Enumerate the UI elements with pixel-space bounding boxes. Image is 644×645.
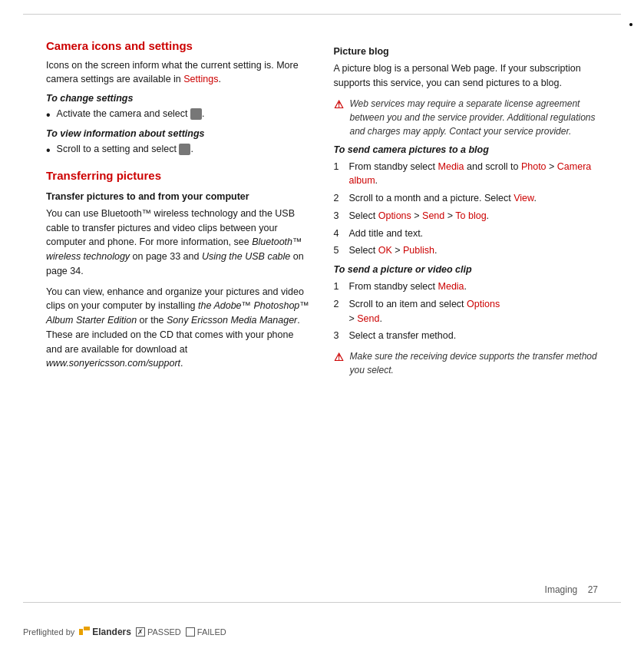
transferring-section: Transferring pictures Transfer pictures … (46, 168, 311, 371)
media-link-2[interactable]: Media (438, 281, 464, 292)
picture-blog-body: A picture blog is a personal Web page. I… (334, 61, 599, 91)
change-settings-bullet: • Activate the camera and select . (46, 107, 311, 122)
send-blog-steps: 1 From standby select Media and scroll t… (334, 160, 599, 259)
camera-icons-heading: Camera icons and settings (46, 38, 311, 54)
transferring-heading: Transferring pictures (46, 168, 311, 184)
warning-2-text: Make sure the receiving device supports … (350, 349, 599, 377)
video-step-3: 3 Select a transfer method. (334, 329, 599, 343)
content-area: Camera icons and settings Icons on the s… (46, 23, 598, 599)
send-link-2[interactable]: Send (357, 313, 379, 324)
footer: Preflighted by Elanders ✗ PASSED FAILED (0, 603, 644, 645)
svg-rect-0 (79, 629, 83, 635)
bullet-dot-2: • (46, 143, 51, 157)
settings-link[interactable]: Settings (183, 74, 218, 84)
step-5: 5 Select OK > Publish. (334, 243, 599, 258)
step-2: 2 Scroll to a month and a picture. Selec… (334, 191, 599, 206)
elanders-logo-area: Elanders (79, 627, 131, 637)
toblog-link[interactable]: To blog (455, 210, 486, 221)
right-column: Picture blog A picture blog is a persona… (334, 23, 599, 599)
camera-album-link[interactable]: Camera album (349, 161, 592, 187)
footer-left: Preflighted by Elanders ✗ PASSED FAILED (23, 627, 226, 637)
camera-icons-intro: Icons on the screen inform what the curr… (46, 58, 311, 88)
step-1: 1 From standby select Media and scroll t… (334, 160, 599, 189)
failed-label: FAILED (197, 627, 226, 637)
elanders-logo-icon (79, 627, 90, 637)
left-column: Camera icons and settings Icons on the s… (46, 23, 311, 599)
warning-icon-1: ⚠ (334, 97, 344, 113)
top-border-line (23, 14, 621, 15)
send-link-1[interactable]: Send (422, 210, 444, 221)
view-settings-text: Scroll to a setting and select . (57, 142, 311, 157)
passed-area: ✗ PASSED (136, 627, 181, 637)
failed-checkbox (186, 627, 195, 637)
change-settings-heading: To change settings (46, 93, 311, 104)
camera-icons-section: Camera icons and settings Icons on the s… (46, 38, 311, 157)
page-number: 27 (588, 584, 598, 595)
failed-area: FAILED (186, 627, 226, 637)
warning-1-text: Web services may require a separate lice… (350, 97, 599, 138)
send-blog-heading: To send camera pictures to a blog (334, 144, 599, 155)
camera-icons-intro-text: Icons on the screen inform what the curr… (46, 60, 299, 85)
view-settings-heading: To view information about settings (46, 128, 311, 139)
passed-label: PASSED (147, 627, 181, 637)
margin-dot (629, 23, 632, 26)
view-settings-bullet: • Scroll to a setting and select . (46, 142, 311, 157)
send-video-steps: 1 From standby select Media. 2 Scroll to… (334, 280, 599, 343)
step-3: 3 Select Options > Send > To blog. (334, 209, 599, 223)
ok-link[interactable]: OK (378, 245, 392, 256)
photo-link[interactable]: Photo (521, 161, 547, 172)
video-step-1: 1 From standby select Media. (334, 280, 599, 294)
publish-link[interactable]: Publish (403, 245, 434, 256)
passed-checkbox: ✗ (136, 627, 145, 637)
page-container: Camera icons and settings Icons on the s… (0, 0, 644, 645)
change-settings-text: Activate the camera and select . (57, 107, 311, 121)
video-step-2: 2 Scroll to an item and select Options> … (334, 297, 599, 326)
bullet-dot-1: • (46, 108, 51, 122)
chapter-label: Imaging (545, 584, 578, 595)
transfer-body2: You can view, enhance and organize your … (46, 285, 311, 372)
preflighted-label: Preflighted by (23, 627, 74, 637)
elanders-label: Elanders (92, 627, 131, 637)
media-link-1[interactable]: Media (438, 161, 464, 172)
options-link-2[interactable]: Options (467, 299, 500, 309)
warning-2: ⚠ Make sure the receiving device support… (334, 349, 599, 377)
picture-blog-heading: Picture blog (334, 46, 599, 57)
camera-icon (190, 108, 202, 120)
page-number-area: Imaging 27 (545, 584, 598, 595)
transfer-sub-heading: Transfer pictures to and from your compu… (46, 191, 311, 202)
warning-1: ⚠ Web services may require a separate li… (334, 97, 599, 138)
options-link-1[interactable]: Options (378, 210, 411, 221)
step-4: 4 Add title and text. (334, 227, 599, 241)
send-video-heading: To send a picture or video clip (334, 264, 599, 275)
view-link[interactable]: View (514, 193, 533, 203)
picture-blog-section: Picture blog A picture blog is a persona… (334, 46, 599, 377)
warning-icon-2: ⚠ (334, 349, 344, 366)
info-icon (179, 144, 190, 155)
svg-rect-1 (84, 627, 90, 630)
transfer-body1: You can use Bluetooth™ wireless technolo… (46, 207, 311, 279)
